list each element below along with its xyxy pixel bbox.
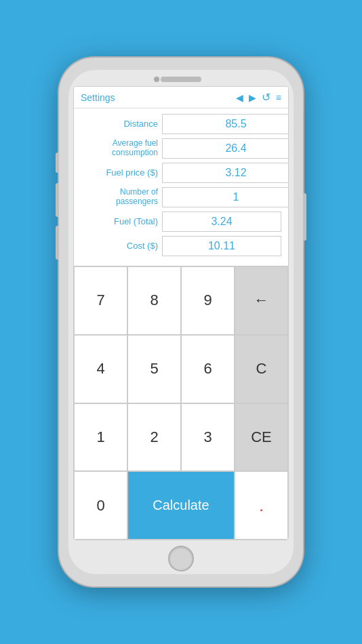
fuel-consumption-label: Average fuel consumption: [81, 139, 162, 158]
form-area: Distance mi ▼ Average fuel consumption m…: [74, 108, 288, 266]
key-4[interactable]: 4: [74, 335, 127, 403]
key-9[interactable]: 9: [181, 266, 235, 335]
fuel-total-label: Fuel (Total): [81, 216, 162, 227]
distance-input[interactable]: [162, 114, 289, 134]
clear-key[interactable]: C: [235, 335, 288, 403]
top-bar: [68, 70, 294, 85]
power-button[interactable]: [303, 193, 306, 241]
passengers-row: Number of passengers: [81, 187, 281, 207]
passengers-label: Number of passengers: [81, 188, 162, 207]
keypad: 7 8 9 ← 4 5 6 C 1 2 3 CE 0 Calculate .: [74, 266, 288, 540]
calculate-button[interactable]: Calculate: [127, 471, 235, 540]
screen: Settings ◀ ▶ ↺ ≡ Distance mi ▼: [73, 86, 289, 540]
fuel-price-label: Fuel price ($): [81, 167, 162, 178]
volume-mute-button[interactable]: [56, 153, 59, 173]
key-7[interactable]: 7: [74, 266, 127, 335]
fuel-consumption-input[interactable]: [162, 138, 289, 159]
home-button-area: [168, 540, 194, 574]
distance-label: Distance: [81, 119, 162, 129]
key-8[interactable]: 8: [127, 266, 181, 335]
camera: [154, 77, 159, 82]
fuel-price-row: Fuel price ($) gal (US) ▼: [81, 163, 281, 183]
distance-row: Distance mi ▼: [81, 114, 281, 134]
settings-link[interactable]: Settings: [81, 92, 232, 103]
key-2[interactable]: 2: [127, 403, 181, 472]
key-0[interactable]: 0: [74, 471, 127, 540]
fuel-consumption-row: Average fuel consumption mpg (US) ▼: [81, 138, 281, 159]
backspace-key[interactable]: ←: [235, 266, 288, 335]
nav-icons: ◀ ▶ ↺ ≡: [236, 91, 281, 104]
passengers-input[interactable]: [162, 187, 289, 207]
clear-entry-key[interactable]: CE: [235, 403, 288, 472]
cost-label: Cost ($): [81, 241, 162, 251]
speaker: [161, 77, 201, 82]
fuel-price-input[interactable]: [162, 163, 289, 183]
menu-icon[interactable]: ≡: [276, 92, 281, 103]
cost-value: 10.11: [162, 236, 281, 256]
key-3[interactable]: 3: [181, 403, 235, 472]
key-6[interactable]: 6: [181, 335, 235, 403]
fuel-total-value: 3.24: [162, 212, 281, 232]
undo-icon[interactable]: ↺: [262, 91, 270, 104]
volume-down-button[interactable]: [56, 226, 59, 260]
decimal-key[interactable]: .: [235, 471, 288, 540]
forward-arrow-icon[interactable]: ▶: [249, 92, 256, 103]
fuel-total-row: Fuel (Total) 3.24: [81, 212, 281, 232]
home-button[interactable]: [168, 546, 194, 571]
volume-up-button[interactable]: [56, 183, 59, 217]
cost-row: Cost ($) 10.11: [81, 236, 281, 256]
key-1[interactable]: 1: [74, 403, 127, 472]
back-arrow-icon[interactable]: ◀: [236, 92, 243, 103]
nav-bar: Settings ◀ ▶ ↺ ≡: [74, 87, 288, 108]
key-5[interactable]: 5: [127, 335, 181, 403]
